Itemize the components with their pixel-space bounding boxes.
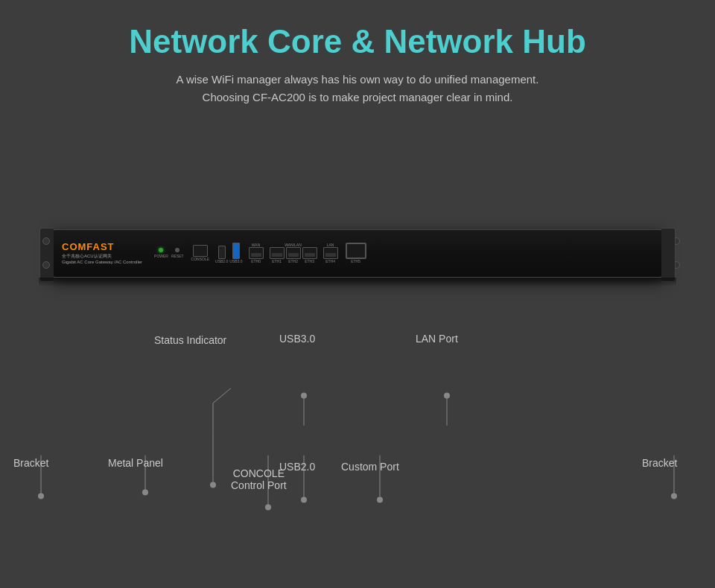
wan-section: WAN ETH0 [249, 243, 264, 263]
page-title: Network Core & Network Hub [129, 22, 586, 62]
eth1-port [270, 247, 285, 259]
svg-point-5 [301, 392, 307, 398]
eth4-port [323, 247, 338, 259]
wan-port [249, 247, 264, 259]
header-section: Network Core & Network Hub A wise WiFi m… [129, 0, 586, 114]
brand-tagline: 全千兆核心ACU认证网关 Gigabit AC Core Gateway /AC… [62, 254, 142, 266]
lan-section: LAN ETH4 [323, 243, 338, 263]
svg-point-15 [142, 489, 148, 495]
device-body: COMFAST 全千兆核心ACU认证网关 Gigabit AC Core Gat… [52, 229, 663, 278]
status-indicator-label: Status Indicator [154, 333, 226, 347]
console-port [193, 245, 208, 257]
brand-panel: COMFAST 全千兆核心ACU认证网关 Gigabit AC Core Gat… [62, 241, 150, 266]
svg-point-17 [38, 493, 44, 499]
brand-logo: COMFAST [62, 241, 142, 252]
big-lan-port [346, 243, 366, 259]
usb30-label: USB3.0 [279, 332, 315, 345]
big-lan-section: ETH5 [346, 243, 366, 263]
bracket-left-label: Bracket [13, 456, 48, 470]
eth2-port [286, 247, 301, 259]
svg-point-7 [444, 392, 450, 398]
usb-section: USB2.0 USB3.0 [215, 243, 242, 263]
power-led [159, 248, 163, 252]
usb20-port [218, 246, 226, 259]
bracket-right-label: Bracket [642, 456, 677, 470]
custom-port-label: Custom Port [341, 460, 399, 473]
console-port-section: CONSOLE [191, 245, 209, 261]
svg-point-3 [210, 482, 216, 488]
device-container: COMFAST 全千兆核心ACU认证网关 Gigabit AC Core Gat… [52, 229, 663, 289]
svg-point-9 [301, 496, 307, 502]
led-section: POWER RESET [154, 248, 184, 258]
usb30-port [232, 243, 240, 259]
svg-point-19 [671, 493, 677, 499]
metal-panel-label: Metal Panel [108, 456, 163, 470]
device-shadow [39, 278, 676, 287]
eth3-port [302, 247, 317, 259]
annotation-lines [0, 114, 715, 588]
subtitle: A wise WiFi manager always has his own w… [129, 71, 586, 106]
reset-led [175, 248, 179, 252]
concole-label: CONCOLEControl Port [231, 467, 287, 491]
svg-line-1 [213, 388, 231, 403]
svg-point-11 [377, 496, 383, 502]
wanlan-section: WAN/LAN ETH1 ETH2 ETH3 [270, 243, 317, 263]
lan-port-label: LAN Port [416, 332, 458, 345]
svg-point-13 [265, 504, 271, 510]
page-wrapper: Network Core & Network Hub A wise WiFi m… [0, 0, 715, 588]
diagram-area: Status Indicator USB3.0 LAN Port USB2.0 … [0, 114, 715, 588]
